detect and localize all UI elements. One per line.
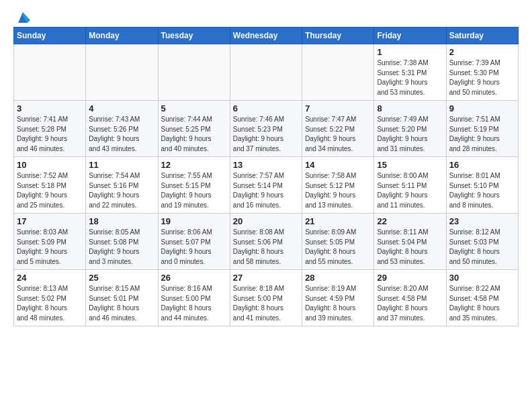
day-info: Sunrise: 8:05 AM Sunset: 5:08 PM Dayligh…: [89, 228, 154, 267]
day-info: Sunrise: 7:47 AM Sunset: 5:22 PM Dayligh…: [305, 115, 371, 154]
day-number: 22: [377, 216, 443, 226]
calendar-cell: 27Sunrise: 8:18 AM Sunset: 5:00 PM Dayli…: [230, 270, 302, 326]
day-info: Sunrise: 7:51 AM Sunset: 5:19 PM Dayligh…: [449, 115, 515, 154]
day-number: 21: [305, 216, 371, 226]
calendar-cell: 19Sunrise: 8:06 AM Sunset: 5:07 PM Dayli…: [158, 214, 230, 270]
day-number: 6: [233, 103, 299, 113]
day-info: Sunrise: 8:08 AM Sunset: 5:06 PM Dayligh…: [233, 228, 299, 267]
day-number: 18: [89, 216, 154, 226]
calendar-cell: 22Sunrise: 8:11 AM Sunset: 5:04 PM Dayli…: [374, 214, 446, 270]
day-number: 1: [377, 47, 443, 57]
calendar-cell: 28Sunrise: 8:19 AM Sunset: 4:59 PM Dayli…: [302, 270, 374, 326]
calendar-cell: 3Sunrise: 7:41 AM Sunset: 5:28 PM Daylig…: [14, 101, 86, 157]
day-number: 13: [233, 160, 299, 170]
calendar-table: SundayMondayTuesdayWednesdayThursdayFrid…: [13, 27, 519, 326]
calendar-cell: [302, 44, 374, 101]
day-number: 16: [449, 160, 515, 170]
day-number: 5: [161, 103, 227, 113]
calendar-cell: 12Sunrise: 7:55 AM Sunset: 5:15 PM Dayli…: [158, 157, 230, 214]
day-info: Sunrise: 8:11 AM Sunset: 5:04 PM Dayligh…: [377, 228, 443, 267]
col-header-sunday: Sunday: [14, 28, 86, 44]
day-number: 19: [161, 216, 227, 226]
day-info: Sunrise: 7:57 AM Sunset: 5:14 PM Dayligh…: [233, 171, 299, 210]
day-number: 30: [449, 273, 515, 283]
calendar-cell: 25Sunrise: 8:15 AM Sunset: 5:01 PM Dayli…: [86, 270, 158, 326]
day-number: 23: [449, 216, 515, 226]
day-number: 26: [161, 273, 227, 283]
page: SundayMondayTuesdayWednesdayThursdayFrid…: [0, 0, 532, 333]
day-info: Sunrise: 7:58 AM Sunset: 5:12 PM Dayligh…: [305, 171, 371, 210]
day-info: Sunrise: 8:12 AM Sunset: 5:03 PM Dayligh…: [449, 228, 515, 267]
col-header-saturday: Saturday: [446, 28, 518, 44]
calendar-cell: 24Sunrise: 8:13 AM Sunset: 5:02 PM Dayli…: [14, 270, 86, 326]
day-number: 8: [377, 103, 443, 113]
day-number: 11: [89, 160, 154, 170]
calendar-cell: 15Sunrise: 8:00 AM Sunset: 5:11 PM Dayli…: [374, 157, 446, 214]
calendar-cell: 16Sunrise: 8:01 AM Sunset: 5:10 PM Dayli…: [446, 157, 518, 214]
day-info: Sunrise: 8:20 AM Sunset: 4:58 PM Dayligh…: [377, 284, 443, 323]
calendar-cell: [14, 44, 86, 101]
calendar-cell: 18Sunrise: 8:05 AM Sunset: 5:08 PM Dayli…: [86, 214, 158, 270]
calendar-cell: 29Sunrise: 8:20 AM Sunset: 4:58 PM Dayli…: [374, 270, 446, 326]
day-info: Sunrise: 8:01 AM Sunset: 5:10 PM Dayligh…: [449, 171, 515, 210]
calendar-cell: 4Sunrise: 7:43 AM Sunset: 5:26 PM Daylig…: [86, 101, 158, 157]
day-number: 17: [17, 216, 83, 226]
col-header-monday: Monday: [86, 28, 158, 44]
calendar-cell: 1Sunrise: 7:38 AM Sunset: 5:31 PM Daylig…: [374, 44, 446, 101]
calendar-cell: 13Sunrise: 7:57 AM Sunset: 5:14 PM Dayli…: [230, 157, 302, 214]
col-header-tuesday: Tuesday: [158, 28, 230, 44]
calendar-cell: 5Sunrise: 7:44 AM Sunset: 5:25 PM Daylig…: [158, 101, 230, 157]
day-number: 25: [89, 273, 154, 283]
day-info: Sunrise: 8:22 AM Sunset: 4:58 PM Dayligh…: [449, 284, 515, 323]
calendar-cell: 6Sunrise: 7:46 AM Sunset: 5:23 PM Daylig…: [230, 101, 302, 157]
day-info: Sunrise: 8:06 AM Sunset: 5:07 PM Dayligh…: [161, 228, 227, 267]
day-number: 24: [17, 273, 83, 283]
calendar-cell: [230, 44, 302, 101]
day-info: Sunrise: 8:13 AM Sunset: 5:02 PM Dayligh…: [17, 284, 83, 323]
calendar-cell: [86, 44, 158, 101]
col-header-thursday: Thursday: [302, 28, 374, 44]
day-info: Sunrise: 7:52 AM Sunset: 5:18 PM Dayligh…: [17, 171, 83, 210]
day-info: Sunrise: 8:03 AM Sunset: 5:09 PM Dayligh…: [17, 228, 83, 267]
day-number: 15: [377, 160, 443, 170]
calendar-cell: 11Sunrise: 7:54 AM Sunset: 5:16 PM Dayli…: [86, 157, 158, 214]
day-info: Sunrise: 7:39 AM Sunset: 5:30 PM Dayligh…: [449, 58, 515, 97]
day-info: Sunrise: 7:43 AM Sunset: 5:26 PM Dayligh…: [89, 115, 154, 154]
header: [13, 11, 519, 20]
day-number: 20: [233, 216, 299, 226]
calendar-cell: 26Sunrise: 8:16 AM Sunset: 5:00 PM Dayli…: [158, 270, 230, 326]
day-number: 9: [449, 103, 515, 113]
col-header-wednesday: Wednesday: [230, 28, 302, 44]
day-info: Sunrise: 7:44 AM Sunset: 5:25 PM Dayligh…: [161, 115, 227, 154]
day-info: Sunrise: 7:41 AM Sunset: 5:28 PM Dayligh…: [17, 115, 83, 154]
day-number: 7: [305, 103, 371, 113]
logo: [13, 11, 31, 20]
day-number: 2: [449, 47, 515, 57]
day-info: Sunrise: 7:49 AM Sunset: 5:20 PM Dayligh…: [377, 115, 443, 154]
day-number: 10: [17, 160, 83, 170]
day-info: Sunrise: 7:54 AM Sunset: 5:16 PM Dayligh…: [89, 171, 154, 210]
day-info: Sunrise: 8:18 AM Sunset: 5:00 PM Dayligh…: [233, 284, 299, 323]
calendar-cell: 7Sunrise: 7:47 AM Sunset: 5:22 PM Daylig…: [302, 101, 374, 157]
calendar-cell: 21Sunrise: 8:09 AM Sunset: 5:05 PM Dayli…: [302, 214, 374, 270]
day-info: Sunrise: 7:55 AM Sunset: 5:15 PM Dayligh…: [161, 171, 227, 210]
day-number: 28: [305, 273, 371, 283]
day-number: 14: [305, 160, 371, 170]
calendar-cell: 14Sunrise: 7:58 AM Sunset: 5:12 PM Dayli…: [302, 157, 374, 214]
day-info: Sunrise: 8:15 AM Sunset: 5:01 PM Dayligh…: [89, 284, 154, 323]
calendar-cell: 8Sunrise: 7:49 AM Sunset: 5:20 PM Daylig…: [374, 101, 446, 157]
day-info: Sunrise: 7:38 AM Sunset: 5:31 PM Dayligh…: [377, 58, 443, 97]
day-number: 3: [17, 103, 83, 113]
calendar-cell: 2Sunrise: 7:39 AM Sunset: 5:30 PM Daylig…: [446, 44, 518, 101]
day-number: 27: [233, 273, 299, 283]
calendar-cell: 30Sunrise: 8:22 AM Sunset: 4:58 PM Dayli…: [446, 270, 518, 326]
logo-icon: [15, 11, 30, 23]
calendar-cell: 9Sunrise: 7:51 AM Sunset: 5:19 PM Daylig…: [446, 101, 518, 157]
day-info: Sunrise: 8:00 AM Sunset: 5:11 PM Dayligh…: [377, 171, 443, 210]
day-info: Sunrise: 7:46 AM Sunset: 5:23 PM Dayligh…: [233, 115, 299, 154]
calendar-cell: 20Sunrise: 8:08 AM Sunset: 5:06 PM Dayli…: [230, 214, 302, 270]
calendar-cell: 10Sunrise: 7:52 AM Sunset: 5:18 PM Dayli…: [14, 157, 86, 214]
day-info: Sunrise: 8:19 AM Sunset: 4:59 PM Dayligh…: [305, 284, 371, 323]
col-header-friday: Friday: [374, 28, 446, 44]
calendar-cell: 17Sunrise: 8:03 AM Sunset: 5:09 PM Dayli…: [14, 214, 86, 270]
